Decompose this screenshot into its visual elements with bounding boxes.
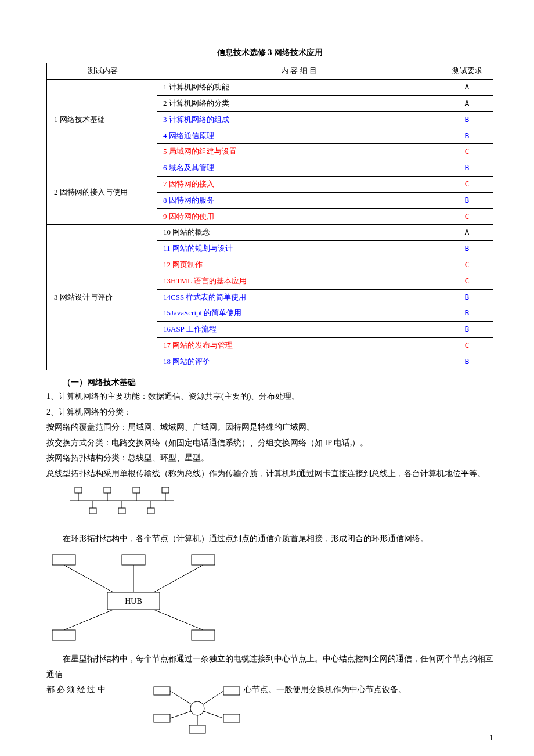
svg-rect-6 (133, 487, 140, 493)
requirement-cell: B (441, 305, 493, 322)
detail-cell: 16ASP 工作流程 (157, 322, 441, 338)
para-6: 总线型拓扑结构采用单根传输线（称为总线）作为传输介质，计算机均通过网卡直接连接到… (46, 466, 493, 482)
detail-cell: 13HTML 语言的基本应用 (157, 273, 441, 289)
requirement-cell: C (441, 176, 493, 192)
para-5: 按网络拓扑结构分类：总线型、环型、星型。 (46, 451, 493, 466)
para-8a: 在星型拓扑结构中，每个节点都通过一条独立的电缆连接到中心节点上。中心结点控制全网… (46, 651, 493, 682)
bus-topology-diagram (64, 486, 493, 515)
svg-rect-17 (192, 555, 215, 565)
detail-cell: 1 计算机网络的功能 (157, 80, 441, 96)
svg-rect-2 (75, 487, 82, 493)
detail-cell: 5 局域网的组建与设置 (157, 144, 441, 160)
svg-rect-10 (89, 508, 96, 514)
requirement-cell: C (441, 273, 493, 289)
category-cell: 2 因特网的接入与使用 (47, 160, 157, 225)
requirement-cell: C (441, 144, 493, 160)
header-col-3: 测试要求 (441, 63, 493, 80)
svg-rect-14 (147, 508, 154, 514)
requirement-cell: B (441, 192, 493, 208)
svg-rect-30 (223, 714, 240, 722)
svg-line-24 (64, 610, 113, 630)
category-cell: 3 网站设计与评价 (47, 225, 157, 370)
detail-cell: 7 因特网的接入 (157, 176, 441, 192)
detail-cell: 2 计算机网络的分类 (157, 95, 441, 111)
svg-line-33 (203, 691, 223, 704)
star-topology-text: 在星型拓扑结构中，每个节点都通过一条独立的电缆连接到中心节点上。中心结点控制全网… (46, 651, 493, 735)
para-8b-left: 都 必 须 经 过 中 (46, 682, 106, 698)
svg-rect-4 (104, 487, 111, 493)
svg-rect-18 (52, 630, 75, 640)
requirement-cell: C (441, 208, 493, 225)
header-col-2: 内 容 细 目 (157, 63, 441, 80)
content-table: 测试内容 内 容 细 目 测试要求 1 网络技术基础1 计算机网络的功能A2 计… (46, 63, 493, 370)
hub-diagram-icon: HUB (46, 552, 221, 645)
requirement-cell: B (441, 322, 493, 338)
requirement-cell: B (441, 241, 493, 257)
svg-line-32 (170, 691, 192, 704)
svg-line-34 (170, 711, 191, 718)
detail-cell: 3 计算机网络的组成 (157, 111, 441, 128)
requirement-cell: C (441, 337, 493, 354)
requirement-cell: B (441, 160, 493, 177)
requirement-cell: A (441, 80, 493, 96)
svg-rect-15 (52, 555, 75, 565)
svg-point-26 (190, 701, 204, 715)
table-row: 2 因特网的接入与使用6 域名及其管理B (47, 160, 493, 177)
para-8b-right: 心节点。一般使用交换机作为中心节点设备。 (244, 682, 406, 698)
svg-rect-27 (154, 687, 170, 695)
detail-cell: 18 网站的评价 (157, 354, 441, 370)
svg-rect-31 (189, 725, 205, 733)
detail-cell: 17 网站的发布与管理 (157, 337, 441, 354)
ring-topology-text: 在环形拓扑结构中，各个节点（计算机）通过点到点的通信介质首尾相接，形成闭合的环形… (46, 531, 493, 547)
detail-cell: 6 域名及其管理 (157, 160, 441, 177)
svg-line-25 (154, 610, 203, 630)
svg-rect-19 (192, 630, 215, 640)
star-topology-icon (151, 682, 244, 735)
requirement-cell: A (441, 225, 493, 241)
requirement-cell: B (441, 354, 493, 370)
detail-cell: 8 因特网的服务 (157, 192, 441, 208)
svg-rect-12 (118, 508, 125, 514)
svg-line-35 (204, 711, 223, 718)
hub-label: HUB (125, 597, 142, 606)
section-heading: （一）网络技术基础 (46, 376, 493, 389)
detail-cell: 9 因特网的使用 (157, 208, 441, 225)
detail-cell: 4 网络通信原理 (157, 128, 441, 144)
requirement-cell: B (441, 111, 493, 128)
detail-cell: 11 网站的规划与设计 (157, 241, 441, 257)
body-text-block: 1、计算机网络的主要功能：数据通信、资源共享(主要的)、分布处理。 2、计算机网… (46, 389, 493, 482)
detail-cell: 12 网页制作 (157, 257, 441, 273)
para-3: 按网络的覆盖范围分：局域网、城域网、广域网。因特网是特殊的广域网。 (46, 420, 493, 435)
header-col-1: 测试内容 (47, 63, 157, 80)
table-row: 1 网络技术基础1 计算机网络的功能A (47, 80, 493, 96)
para-7: 在环形拓扑结构中，各个节点（计算机）通过点到点的通信介质首尾相接，形成闭合的环形… (46, 531, 493, 547)
bus-topology-icon (64, 486, 180, 515)
category-cell: 1 网络技术基础 (47, 80, 157, 160)
svg-rect-16 (122, 555, 145, 565)
detail-cell: 15JavaScript 的简单使用 (157, 305, 441, 322)
svg-rect-8 (162, 487, 169, 493)
detail-cell: 10 网站的概念 (157, 225, 441, 241)
requirement-cell: C (441, 257, 493, 273)
para-2: 2、计算机网络的分类： (46, 405, 493, 420)
requirement-cell: A (441, 95, 493, 111)
svg-line-23 (154, 565, 203, 592)
svg-rect-28 (223, 687, 240, 695)
hub-diagram: HUB (46, 552, 493, 645)
detail-cell: 14CSS 样式表的简单使用 (157, 289, 441, 305)
para-1: 1、计算机网络的主要功能：数据通信、资源共享(主要的)、分布处理。 (46, 389, 493, 405)
svg-rect-29 (154, 714, 170, 722)
svg-line-21 (64, 565, 113, 592)
page-number: 1 (489, 732, 493, 744)
document-title: 信息技术选修 3 网络技术应用 (46, 46, 493, 59)
requirement-cell: B (441, 289, 493, 305)
requirement-cell: B (441, 128, 493, 144)
table-header-row: 测试内容 内 容 细 目 测试要求 (47, 63, 493, 80)
para-4: 按交换方式分类：电路交换网络（如固定电话通信系统）、分组交换网络（如 IP 电话… (46, 435, 493, 451)
table-row: 3 网站设计与评价10 网站的概念A (47, 225, 493, 241)
